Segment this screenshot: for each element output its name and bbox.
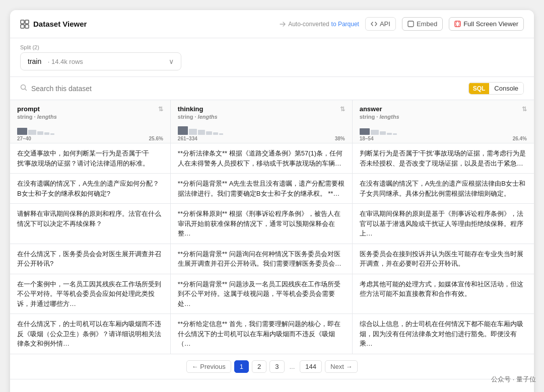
histogram-thinking: 261–334 38% xyxy=(178,123,345,138)
fullscreen-icon xyxy=(454,21,461,27)
search-input[interactable] xyxy=(31,85,182,93)
cell-thinking-5: **分析给定信息** 首先，我们需要理解问题的核心，即在什么情况下的士司机可以在… xyxy=(170,314,352,354)
cell-answer-0: 判断某行为是否属于'干扰'事故现场的证据，需考虑行为是否未经授权、是否改变了现场… xyxy=(352,143,534,174)
viewer-title: Dataset Viewer xyxy=(20,20,87,29)
table-row: 在交通事故中，如何判断某一行为是否属于'干扰'事故现场的证据？请讨论法律适用的标… xyxy=(10,143,534,174)
table-row: 在没有遗嘱的情况下，A先生的遗产应如何分配？B女士和子女的继承权如何确定?**分… xyxy=(10,174,534,204)
embed-icon xyxy=(407,21,414,27)
cell-answer-1: 在没有遗嘱的情况下，A先生的遗产应根据法律由B女士和子女共同继承。具体分配比例需… xyxy=(352,174,534,204)
convert-icon xyxy=(279,21,286,28)
cell-prompt-4: 在一个案例中，一名员工因其残疾在工作场所受到不公平对待。平等机会委员会应如何处理… xyxy=(10,274,170,314)
histogram-prompt: 27–40 25.6% xyxy=(17,123,163,138)
hist-pct-answer: 26.4% xyxy=(513,136,527,141)
fullscreen-button[interactable]: Full Screen Viewer xyxy=(449,17,524,31)
svg-rect-4 xyxy=(408,21,414,27)
histogram-answer: 18–54 26.4% xyxy=(360,123,527,138)
search-input-wrap xyxy=(20,84,468,93)
cell-prompt-2: 请解释在审讯期间保释的原则和程序。法官在什么情况下可以决定不再续保释？ xyxy=(10,204,170,244)
sort-icon-answer[interactable]: ⇅ xyxy=(522,106,527,113)
data-table-wrapper: prompt ⇅ string · lengths xyxy=(10,100,534,354)
watermark: 公众号 · 量子位 xyxy=(491,375,536,384)
svg-rect-0 xyxy=(21,20,24,24)
code-icon xyxy=(371,21,377,27)
col-type-thinking: string · lengths xyxy=(178,114,345,120)
col-header-prompt: prompt ⇅ string · lengths xyxy=(10,100,170,143)
split-label: Split (2) xyxy=(20,44,524,50)
hist-min-thinking: 261–334 xyxy=(178,136,197,141)
table-row: 在一个案例中，一名员工因其残疾在工作场所受到不公平对待。平等机会委员会应如何处理… xyxy=(10,274,534,314)
auto-converted-label: Auto-converted to Parquet xyxy=(279,21,359,28)
split-selector[interactable]: train · 14.4k rows ∨ xyxy=(20,52,181,70)
hist-min-prompt: 27–40 xyxy=(17,136,31,141)
cell-prompt-1: 在没有遗嘱的情况下，A先生的遗产应如何分配？B女士和子女的继承权如何确定? xyxy=(10,174,170,204)
svg-rect-3 xyxy=(25,25,29,28)
col-name-prompt: prompt xyxy=(17,105,40,113)
cell-prompt-3: 在什么情况下，医务委员会会对医生展开调查并召开公开聆讯? xyxy=(10,244,170,274)
svg-rect-1 xyxy=(25,20,29,24)
page-button-3[interactable]: 3 xyxy=(269,360,284,373)
svg-rect-2 xyxy=(21,25,24,28)
page-dots: ... xyxy=(288,363,297,370)
table-row: 在什么情况下，医务委员会会对医生展开调查并召开公开聆讯?**分析问题背景** 问… xyxy=(10,244,534,274)
col-header-thinking: thinking ⇅ string · lengths xyxy=(170,100,352,143)
cell-answer-2: 在审讯期间保释的原则是基于《刑事诉讼程序条例》，法官可以基于潜逃风险或干扰证人等… xyxy=(352,204,534,244)
hist-pct-thinking: 38% xyxy=(335,136,345,141)
col-type-prompt: string · lengths xyxy=(17,114,163,120)
embed-button[interactable]: Embed xyxy=(402,17,443,31)
next-page-button[interactable]: Next → xyxy=(325,360,358,373)
col-name-answer: answer xyxy=(360,105,382,113)
search-section: SQL Console xyxy=(10,77,534,100)
split-rows: · 14.4k rows xyxy=(48,58,83,65)
cell-thinking-1: **分析问题背景** A先生去世且没有遗嘱，遗产分配需要根据法律进行。我们需要确… xyxy=(170,174,352,204)
col-header-answer: answer ⇅ string · lengths xyxy=(352,100,534,143)
page-button-144[interactable]: 144 xyxy=(300,360,322,373)
sql-tag: SQL xyxy=(469,83,490,94)
col-name-thinking: thinking xyxy=(178,105,203,113)
hist-min-answer: 18–54 xyxy=(360,136,374,141)
sort-icon-thinking[interactable]: ⇅ xyxy=(340,106,345,113)
api-button[interactable]: API xyxy=(365,17,396,31)
sort-icon-prompt[interactable]: ⇅ xyxy=(158,106,163,113)
console-tag: Console xyxy=(489,83,523,94)
cell-thinking-2: **分析保释原则** 根据《刑事诉讼程序条例》，被告人在审讯开始前获准保释的情况… xyxy=(170,204,352,244)
sql-console-button[interactable]: SQL Console xyxy=(468,82,524,95)
data-table: prompt ⇅ string · lengths xyxy=(10,100,534,354)
prev-page-button[interactable]: ← Previous xyxy=(186,360,231,373)
svg-rect-5 xyxy=(455,21,460,27)
cell-prompt-0: 在交通事故中，如何判断某一行为是否属于'干扰'事故现场的证据？请讨论法律适用的标… xyxy=(10,143,170,174)
cell-prompt-5: 在什么情况下，的士司机可以在车厢内吸烟而不违反《吸烟（公众卫生）条例》？请详细说… xyxy=(10,314,170,354)
viewer-header: Dataset Viewer Auto-converted to Parquet… xyxy=(10,10,534,38)
table-row: 请解释在审讯期间保释的原则和程序。法官在什么情况下可以决定不再续保释？**分析保… xyxy=(10,204,534,244)
grid-icon xyxy=(20,20,29,29)
page-button-1[interactable]: 1 xyxy=(234,360,249,373)
hist-pct-prompt: 25.6% xyxy=(149,136,163,141)
col-type-answer: string · lengths xyxy=(360,114,527,120)
header-actions: Auto-converted to Parquet API Embed xyxy=(279,17,524,31)
search-icon xyxy=(20,84,27,93)
split-value: train xyxy=(28,57,41,65)
dataset-card: Dataset Card for O1aw-sft-16k (v0) O1aw-… xyxy=(10,379,534,393)
page-button-2[interactable]: 2 xyxy=(252,360,266,373)
cell-answer-3: 医务委员会在接到投诉并认为医生可能存在专业失当时展开调查，并在必要时召开公开聆讯… xyxy=(352,244,534,274)
split-section: Split (2) train · 14.4k rows ∨ xyxy=(10,38,534,77)
table-row: 在什么情况下，的士司机可以在车厢内吸烟而不违反《吸烟（公众卫生）条例》？请详细说… xyxy=(10,314,534,354)
chevron-down-icon: ∨ xyxy=(169,57,174,65)
viewer-title-text: Dataset Viewer xyxy=(33,20,87,28)
cell-thinking-3: **分析问题背景** 问题询问在何种情况下医务委员会对医生展开调查并召开公开聆讯… xyxy=(170,244,352,274)
pagination: ← Previous 1 2 3 ... 144 Next → xyxy=(10,354,534,379)
cell-thinking-4: **分析问题背景** 问题涉及一名员工因残疾在工作场所受到不公平对待。这属于歧视… xyxy=(170,274,352,314)
cell-answer-5: 综合以上信息，的士司机在任何情况下都不能在车厢内吸烟，因为没有任何法律条文对他们… xyxy=(352,314,534,354)
cell-answer-4: 考虑其他可能的处理方式，如媒体宣传和社区活动，但这些方法可能不如直接教育和合作有… xyxy=(352,274,534,314)
cell-thinking-0: **分析法律条文** 根据《道路交通条例》第57(1)条，任何人在未得警务人员授… xyxy=(170,143,352,174)
